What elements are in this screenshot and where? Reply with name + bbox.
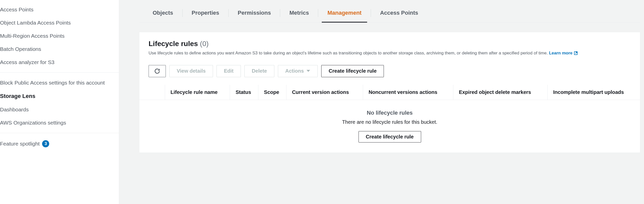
lifecycle-rules-table: Lifecycle rule name Status Scope Current…: [139, 85, 640, 153]
learn-more-link[interactable]: Learn more: [549, 50, 578, 56]
column-header-scope[interactable]: Scope: [258, 85, 287, 100]
sidebar-item-label: Feature spotlight: [0, 141, 40, 147]
column-header-noncurrent-versions-actions[interactable]: Noncurrent versions actions: [363, 85, 453, 100]
sidebar-item-aws-org-settings[interactable]: AWS Organizations settings: [0, 116, 119, 129]
feature-spotlight-badge: 3: [42, 140, 49, 147]
sidebar-item-block-public-access[interactable]: Block Public Access settings for this ac…: [0, 76, 106, 89]
create-lifecycle-rule-button[interactable]: Create lifecycle rule: [321, 65, 384, 77]
lifecycle-rules-panel: Lifecycle rules (0) Use lifecycle rules …: [139, 32, 640, 153]
empty-state-description: There are no lifecycle rules for this bu…: [145, 119, 635, 125]
panel-description: Use lifecycle rules to define actions yo…: [149, 50, 631, 56]
empty-state: No lifecycle rules There are no lifecycl…: [139, 100, 640, 153]
tab-properties[interactable]: Properties: [186, 4, 225, 23]
column-header-status[interactable]: Status: [230, 85, 258, 100]
edit-button[interactable]: Edit: [217, 65, 241, 77]
tab-management[interactable]: Management: [322, 4, 367, 23]
caret-down-icon: [306, 70, 310, 73]
tab-separator: [182, 9, 183, 17]
empty-state-title: No lifecycle rules: [145, 110, 635, 116]
sidebar-divider: [0, 72, 119, 73]
create-lifecycle-rule-button-empty[interactable]: Create lifecycle rule: [359, 131, 421, 142]
tab-separator: [228, 9, 229, 17]
tab-objects[interactable]: Objects: [147, 4, 179, 23]
column-header-current-version-actions[interactable]: Current version actions: [286, 85, 363, 100]
sidebar-item-access-points[interactable]: Access Points: [0, 3, 119, 16]
table-header-row: Lifecycle rule name Status Scope Current…: [139, 85, 640, 100]
sidebar-item-object-lambda-access-points[interactable]: Object Lambda Access Points: [0, 16, 119, 29]
sidebar-divider: [0, 133, 119, 133]
sidebar-item-multi-region-access-points[interactable]: Multi-Region Access Points: [0, 29, 119, 43]
column-header-expired-object-delete-markers[interactable]: Expired object delete markers: [453, 85, 547, 100]
main-content: Objects Properties Permissions Metrics M…: [119, 0, 644, 204]
sidebar-item-access-analyzer[interactable]: Access analyzer for S3: [0, 56, 119, 69]
sidebar-item-dashboards[interactable]: Dashboards: [0, 103, 119, 116]
column-header-rule-name[interactable]: Lifecycle rule name: [165, 85, 230, 100]
panel-header: Lifecycle rules (0) Use lifecycle rules …: [139, 32, 640, 62]
button-row: View details Edit Delete Actions Create …: [139, 62, 640, 85]
tab-access-points[interactable]: Access Points: [374, 4, 424, 23]
sidebar-item-batch-operations[interactable]: Batch Operations: [0, 43, 119, 56]
sidebar-item-feature-spotlight[interactable]: Feature spotlight 3: [0, 137, 119, 151]
refresh-button[interactable]: [149, 65, 166, 77]
tab-separator: [318, 9, 318, 17]
tab-separator: [280, 9, 280, 17]
tab-metrics[interactable]: Metrics: [284, 4, 314, 23]
tab-permissions[interactable]: Permissions: [232, 4, 277, 23]
tab-bar: Objects Properties Permissions Metrics M…: [139, 0, 640, 23]
column-header-incomplete-multipart-uploads[interactable]: Incomplete multipart uploads: [547, 85, 640, 100]
view-details-button[interactable]: View details: [169, 65, 213, 77]
refresh-icon: [154, 68, 160, 74]
sidebar: Access Points Object Lambda Access Point…: [0, 0, 119, 204]
panel-count: (0): [200, 40, 209, 48]
panel-title: Lifecycle rules: [149, 40, 198, 48]
external-link-icon: [574, 51, 578, 55]
tab-separator: [371, 9, 371, 17]
delete-button[interactable]: Delete: [244, 65, 274, 77]
actions-dropdown-button[interactable]: Actions: [278, 65, 318, 77]
sidebar-heading-storage-lens: Storage Lens: [0, 89, 119, 103]
